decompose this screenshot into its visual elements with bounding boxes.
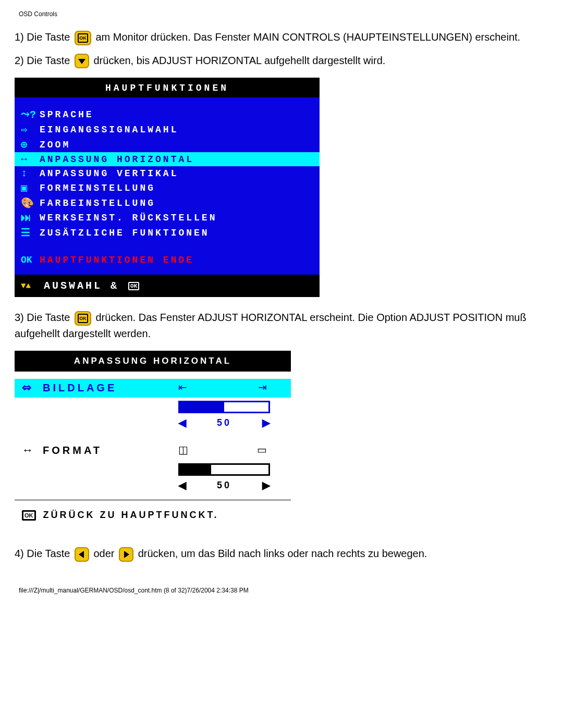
menu-item-zoom[interactable]: ⊕ ZOOM [15, 137, 320, 152]
right-arrow-icon[interactable]: ▶ [262, 416, 270, 429]
narrow-icon: ◫ [178, 443, 188, 456]
left-arrow-icon[interactable]: ◀ [178, 479, 186, 491]
row-label: BILDLAGE [43, 382, 117, 394]
menu-label: SPRACHE [40, 109, 313, 120]
adjust-row-format[interactable]: ↔ FORMAT ◫ ▭ [15, 441, 291, 460]
step-2: 2) Die Taste drücken, bis ADJUST HORIZON… [15, 53, 548, 69]
menu-label: ZUSÄTZLICHE FUNKTIONEN [40, 228, 313, 238]
menu-item-vertical[interactable]: ↕ ANPASSUNG VERTIKAL [15, 166, 320, 180]
step-2-post: drücken, bis ADJUST HORIZONTAL aufgehell… [93, 55, 385, 66]
ok-icon: OK [22, 510, 36, 521]
osd-main-title: HAUPTFUNKTIONEN [15, 78, 320, 97]
osd-back[interactable]: OK ZÜRÜCK ZU HAUPTFUNCKT. [15, 504, 291, 528]
ok-button-icon [75, 31, 91, 45]
footer-label: AUSWAHL & [44, 280, 119, 292]
step-3-post: drücken. Das Fenster ADJUST HORIZONTAL e… [15, 312, 527, 339]
position-value: 50 [217, 417, 231, 428]
shift-right-icon: ⇥ [258, 381, 267, 393]
shape-icon: ▣ [21, 181, 40, 194]
input-icon: ⇨ [21, 123, 40, 136]
menu-item-input[interactable]: ⇨ EINGANGSSIGNALWAHL [15, 122, 320, 137]
menu-label: FARBEINSTELLUNG [40, 198, 313, 208]
osd-main-controls: HAUPTFUNKTIONEN ⤳? SPRACHE ⇨ EINGANGSSIG… [15, 78, 320, 297]
osd-main-body: ⤳? SPRACHE ⇨ EINGANGSSIGNALWAHL ⊕ ZOOM ↔… [15, 97, 320, 275]
menu-item-reset[interactable]: ⏭ WERKSEINST. RÜCKSTELLEN [15, 211, 320, 225]
menu-item-shape[interactable]: ▣ FORMEINSTELLUNG [15, 180, 320, 195]
step-1-pre: 1) Die Taste [15, 31, 73, 43]
zoom-icon: ⊕ [21, 138, 40, 151]
osd-adjust-title: ANPASSUNG HORIZONTAL [15, 351, 291, 372]
back-label: ZÜRÜCK ZU HAUPTFUNCKT. [43, 510, 219, 521]
menu-label: ANPASSUNG VERTIKAL [40, 168, 313, 179]
menu-label: FORMEINSTELLUNG [40, 183, 313, 193]
ok-icon: OK [128, 282, 139, 290]
up-down-arrows-icon: ▼▲ [21, 281, 44, 291]
language-icon: ⤳? [21, 108, 40, 121]
vertical-icon: ↕ [21, 167, 40, 179]
format-value: 50 [217, 480, 231, 491]
step-4-mid: oder [93, 548, 117, 559]
step-1: 1) Die Taste am Monitor drücken. Das Fen… [15, 29, 548, 45]
step-1-post: am Monitor drücken. Das Fenster MAIN CON… [95, 31, 520, 43]
menu-item-sprache[interactable]: ⤳? SPRACHE [15, 107, 320, 122]
step-3: 3) Die Taste drücken. Das Fenster ADJUST… [15, 310, 548, 341]
right-arrow-icon[interactable]: ▶ [262, 479, 270, 491]
menu-label: EINGANGSSIGNALWAHL [40, 125, 313, 135]
ok-icon: OK [21, 255, 40, 265]
right-button-icon [119, 547, 133, 562]
left-button-icon [75, 547, 89, 562]
adjust-row-position[interactable]: ⇔ BILDLAGE ⇤ ⇥ [15, 379, 291, 398]
step-4-pre: 4) Die Taste [15, 548, 73, 559]
position-icon: ⇔ [22, 381, 43, 394]
format-icon: ↔ [22, 443, 43, 457]
down-button-icon [75, 54, 89, 68]
adjust-row-position-bar: ◀ 50 ▶ [15, 398, 291, 433]
osd-adjust-body: ⇔ BILDLAGE ⇤ ⇥ ◀ 50 ▶ [15, 372, 291, 533]
menu-item-color[interactable]: 🎨 FARBEINSTELLUNG [15, 195, 320, 211]
menu-label: ANPASSUNG HORIZONTAL [40, 154, 313, 165]
menu-exit[interactable]: OK HAUPTFUNKTIONEN ENDE [15, 254, 320, 266]
osd-adjust-horizontal: ANPASSUNG HORIZONTAL ⇔ BILDLAGE ⇤ ⇥ ◀ [15, 351, 291, 533]
step-2-pre: 2) Die Taste [15, 55, 73, 66]
step-4: 4) Die Taste oder drücken, um das Bild n… [15, 546, 548, 562]
wide-icon: ▭ [257, 443, 267, 456]
row-label: FORMAT [43, 445, 102, 456]
horizontal-icon: ↔ [21, 153, 40, 165]
position-slider[interactable] [178, 401, 270, 413]
adjust-row-format-bar: ◀ 50 ▶ [15, 460, 291, 496]
extra-icon: ☰ [21, 226, 40, 239]
shift-left-icon: ⇤ [178, 381, 187, 393]
menu-label: WERKSEINST. RÜCKSTELLEN [40, 213, 313, 223]
menu-item-horizontal[interactable]: ↔ ANPASSUNG HORIZONTAL [15, 152, 320, 166]
left-arrow-icon[interactable]: ◀ [178, 416, 186, 429]
format-slider[interactable] [178, 463, 270, 476]
osd-footer: ▼▲ AUSWAHL & OK [15, 275, 320, 297]
menu-label: HAUPTFUNKTIONEN ENDE [40, 255, 194, 265]
menu-label: ZOOM [40, 140, 313, 150]
step-4-post: drücken, um das Bild nach links oder nac… [138, 548, 427, 559]
page-footer: file:///Z|/multi_manual/GERMAN/OSD/osd_c… [19, 587, 548, 594]
ok-button-icon [75, 311, 91, 326]
menu-item-extra[interactable]: ☰ ZUSÄTZLICHE FUNKTIONEN [15, 225, 320, 240]
page-header: OSD Controls [19, 10, 548, 18]
reset-icon: ⏭ [21, 212, 40, 224]
color-icon: 🎨 [21, 196, 40, 209]
separator [15, 500, 291, 500]
step-3-pre: 3) Die Taste [15, 312, 73, 323]
